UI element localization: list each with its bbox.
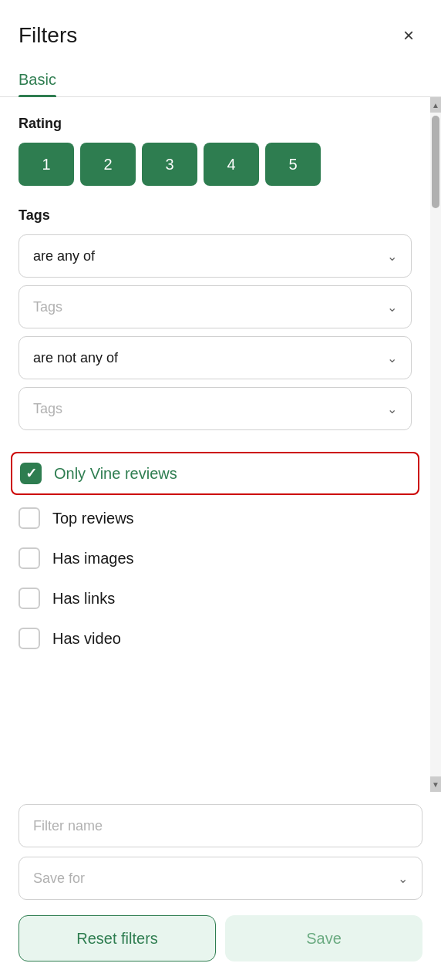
tabs-row: Basic [0,62,441,97]
rating-btn-4[interactable]: 4 [204,143,259,186]
tags-dropdown-1[interactable]: Tags ⌄ [19,285,412,328]
modal-container: Filters × Basic Rating 1 2 3 4 5 Tags [0,0,441,980]
tags-label: Tags [19,207,412,224]
checkbox-video[interactable] [19,628,40,649]
save-for-placeholder: Save for [33,871,85,887]
checkbox-links-row[interactable]: Has links [19,578,412,618]
tags-dropdown-3[interactable]: Tags ⌄ [19,387,412,430]
tags-dropdown-value-0: are any of [33,248,95,264]
content-area: Rating 1 2 3 4 5 Tags are any of ⌄ Tags [0,97,441,792]
checkbox-links[interactable] [19,588,40,609]
scroll-content: Rating 1 2 3 4 5 Tags are any of ⌄ Tags [0,97,430,792]
chevron-down-icon-1: ⌄ [387,300,397,315]
tags-dropdown-are-any-of[interactable]: are any of ⌄ [19,234,412,278]
tags-placeholder-3: Tags [33,401,62,417]
tags-dropdown-value-2: are not any of [33,350,118,366]
checkbox-video-label: Has video [52,630,121,648]
header: Filters × [0,0,441,62]
checkbox-video-row[interactable]: Has video [19,618,412,658]
checkbox-vine-label: Only Vine reviews [54,465,177,483]
action-buttons: Reset filters Save [19,915,422,961]
tags-placeholder-1: Tags [33,299,62,315]
checkbox-vine[interactable] [20,463,42,484]
reset-filters-button[interactable]: Reset filters [19,915,216,961]
rating-label: Rating [19,116,412,132]
save-button[interactable]: Save [225,915,422,961]
chevron-down-icon-2: ⌄ [387,351,397,365]
checkbox-images-row[interactable]: Has images [19,538,412,578]
bottom-section: Save for ⌄ Reset filters Save [0,792,441,980]
checkbox-links-label: Has links [52,590,115,608]
rating-btn-1[interactable]: 1 [19,143,74,186]
checkboxes-section: Only Vine reviews Top reviews Has images… [19,452,412,658]
checkbox-vine-row[interactable]: Only Vine reviews [11,452,419,495]
scrollbar-thumb[interactable] [432,116,439,208]
close-button[interactable]: × [395,22,422,49]
rating-buttons: 1 2 3 4 5 [19,143,412,186]
filter-name-input[interactable] [19,804,422,847]
save-for-dropdown[interactable]: Save for ⌄ [19,857,422,900]
tags-dropdown-are-not-any-of[interactable]: are not any of ⌄ [19,336,412,379]
checkbox-top-row[interactable]: Top reviews [19,498,412,538]
chevron-down-icon-0: ⌄ [387,249,397,264]
rating-btn-5[interactable]: 5 [265,143,321,186]
tags-section: Tags are any of ⌄ Tags ⌄ are not any of … [19,207,412,430]
checkbox-top-label: Top reviews [52,510,134,527]
page-title: Filters [19,23,77,48]
checkbox-images[interactable] [19,547,40,569]
checkbox-top[interactable] [19,507,40,529]
checkbox-images-label: Has images [52,550,134,567]
scrollbar-down-arrow[interactable]: ▼ [430,776,441,792]
rating-btn-3[interactable]: 3 [142,143,197,186]
chevron-down-icon-3: ⌄ [387,402,397,416]
scrollbar-up-arrow[interactable]: ▲ [430,97,441,113]
rating-btn-2[interactable]: 2 [80,143,136,186]
scrollbar-track: ▲ ▼ [430,97,441,792]
chevron-down-icon-save-for: ⌄ [398,871,408,886]
tab-basic[interactable]: Basic [19,62,56,96]
rating-section: Rating 1 2 3 4 5 [19,116,412,186]
